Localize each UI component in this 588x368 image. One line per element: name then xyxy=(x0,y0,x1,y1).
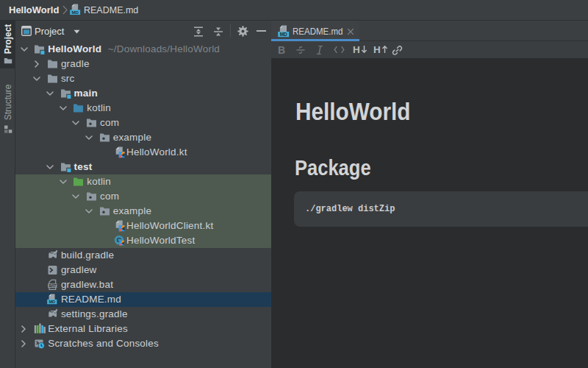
svg-text:MD: MD xyxy=(72,9,79,14)
svg-text:MD: MD xyxy=(49,300,55,304)
svg-text:BAT: BAT xyxy=(49,283,57,288)
svg-text:MD: MD xyxy=(280,32,287,37)
